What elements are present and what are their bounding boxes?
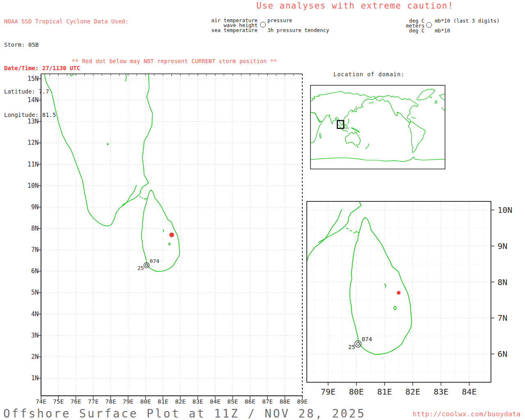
coastline (344, 124, 347, 128)
x-tick-label: 87E (262, 398, 273, 405)
coastline (350, 217, 412, 354)
y-tick-label: 8N (31, 225, 39, 232)
y-tick-label: 8N (498, 277, 507, 287)
coastline (142, 190, 180, 272)
legend-degc-bottom: deg C (400, 27, 425, 34)
storm-source-line: NOAA SSD Tropical Cyclone Data Used: (4, 18, 128, 25)
station-value-label: 25 (348, 344, 355, 350)
legend-sea-temperature: sea temperature (204, 27, 258, 33)
station-circle-icon (426, 22, 432, 28)
coastline (442, 107, 445, 110)
storm-datetime-line: Date/Time: 27/1130 UTC (4, 64, 128, 72)
x-tick-label: 82E (405, 387, 420, 397)
y-tick-label: 4N (31, 310, 39, 318)
y-tick-label: 9N (31, 203, 39, 211)
y-tick-label: 9N (498, 241, 507, 251)
x-tick-label: 88E (279, 398, 290, 405)
y-tick-label: 2N (31, 353, 39, 361)
coastline (417, 89, 435, 100)
station-value-label: 25 (137, 265, 144, 271)
x-tick-label: 74E (36, 398, 46, 405)
coastline (163, 230, 164, 232)
plot-title: Offshore Surface Plot at 11Z / NOV 28, 2… (3, 407, 366, 420)
coastline (365, 144, 369, 149)
x-tick-label: 83E (192, 398, 203, 405)
domain-location-title: Location of domain: (333, 71, 404, 78)
x-tick-label: 75E (53, 398, 64, 405)
world-inset-border (310, 85, 445, 169)
y-tick-label: 10N (27, 182, 39, 189)
x-tick-label: 84E (462, 387, 477, 397)
station-id-label: 074 (362, 336, 372, 342)
coastline (320, 133, 321, 139)
x-tick-label: 81E (158, 398, 168, 405)
coastline (347, 119, 349, 124)
coastline (294, 139, 296, 142)
x-tick-label: 76E (71, 398, 81, 405)
coastline (310, 112, 322, 143)
y-tick-label: 6N (31, 267, 39, 275)
coastline (142, 198, 143, 199)
storm-position-dot (169, 233, 174, 237)
legend-pressure-tendency: 3h pressure tendency (267, 27, 329, 33)
x-tick-label: 78E (105, 398, 116, 405)
coastline (144, 199, 147, 199)
y-tick-label: 12N (27, 139, 39, 146)
x-tick-label: 84E (210, 398, 221, 405)
y-tick-label: 10N (498, 205, 512, 215)
coastline (385, 284, 386, 288)
storm-position-dot (397, 291, 401, 294)
coastline (376, 96, 418, 123)
coastline (352, 128, 359, 132)
coastline (319, 22, 368, 242)
x-tick-label: 89E (297, 398, 308, 405)
coastline (310, 157, 445, 162)
coastline (439, 94, 445, 100)
coastline (139, 196, 141, 197)
storm-id-line: Storm: 05B (4, 41, 128, 49)
x-tick-label: 79E (123, 398, 133, 405)
storm-latitude-line: Latitude: 7.7 (4, 88, 128, 96)
station-circle-icon (260, 22, 266, 27)
station-marker-inner (356, 342, 359, 345)
coastline (369, 102, 374, 103)
x-tick-label: 79E (321, 387, 336, 397)
coastline (354, 232, 359, 233)
world-coastlines (310, 89, 445, 162)
coastline (345, 132, 361, 145)
x-tick-label: 83E (434, 387, 448, 397)
coastline (409, 121, 425, 153)
x-tick-label: 81E (377, 387, 392, 397)
y-tick-label: 1N (31, 374, 39, 382)
y-tick-label: 7N (498, 313, 507, 323)
coastline (435, 100, 437, 103)
y-tick-label: 6N (498, 349, 507, 359)
coastline (350, 230, 352, 231)
x-tick-label: 77E (88, 398, 98, 405)
caution-headline: Use analyses with extreme caution! (256, 1, 454, 11)
coastline (394, 306, 396, 310)
x-tick-label: 86E (244, 398, 255, 405)
storm-longitude-line: Longitude: 81.5 (4, 111, 128, 119)
coastline (107, 144, 108, 145)
x-tick-label: 80E (140, 398, 151, 405)
coastline (357, 146, 358, 148)
y-tick-label: 3N (31, 332, 39, 339)
y-tick-label: 11N (27, 161, 39, 168)
world-inset (310, 85, 445, 169)
x-tick-label: 80E (349, 387, 364, 397)
coastline (411, 117, 416, 118)
x-tick-label: 85E (227, 398, 238, 405)
y-tick-label: 5N (31, 289, 39, 296)
storm-position-warning: ** Red dot below may NOT represent CURRE… (72, 58, 277, 64)
coastline (169, 243, 170, 245)
station-marker (355, 340, 361, 347)
coastline (348, 128, 349, 129)
source-url: http://coolwx.com/buoydata (413, 410, 520, 418)
buoy-plot-page: 15N14N13N12N11N10N9N8N7N6N5N4N3N2N1N74E7… (0, 0, 525, 420)
storm-info-block: NOAA SSD Tropical Cyclone Data Used: Sto… (4, 2, 128, 135)
station-id-label: 074 (150, 258, 160, 264)
legend-mb-bottom: mb*10 (435, 27, 450, 34)
legend-pressure: pressure (267, 17, 292, 23)
coastline (430, 97, 432, 98)
